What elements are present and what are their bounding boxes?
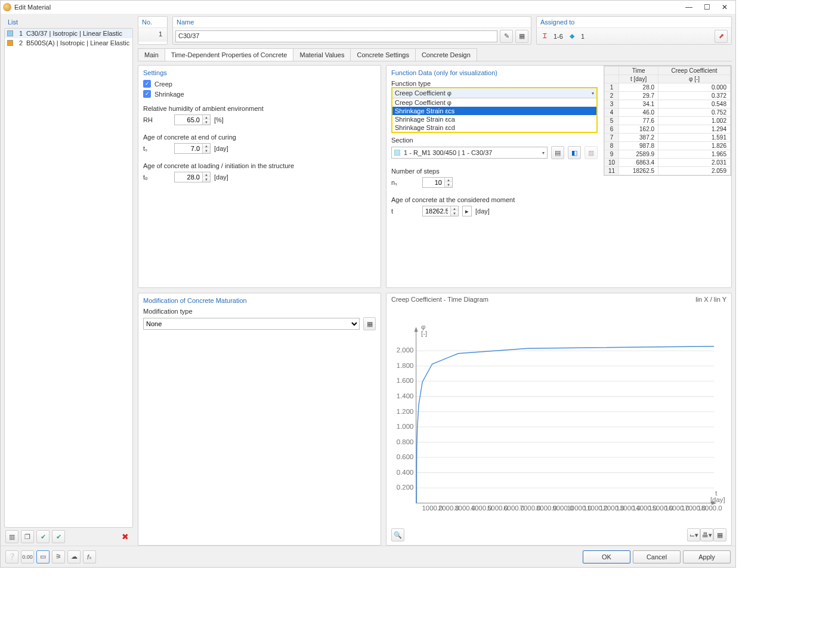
svg-text:2.000: 2.000 <box>397 346 414 354</box>
delete-icon[interactable]: ✖ <box>119 530 132 543</box>
chart-panel: Creep Coefficient - Time Diagram lin X /… <box>386 293 732 546</box>
material-list[interactable]: 1 C30/37 | Isotropic | Linear Elastic 2 … <box>4 28 133 528</box>
axis-mode-icon[interactable]: ⌙▾ <box>687 528 700 541</box>
close-button[interactable]: ✕ <box>716 2 733 13</box>
export-chart-icon[interactable]: ▦ <box>713 528 726 541</box>
tab-material-values[interactable]: Material Values <box>293 48 351 61</box>
table-row[interactable]: 1118262.52.059 <box>605 167 731 175</box>
new-section-icon[interactable]: ▥ <box>584 146 598 159</box>
chart-title: Creep Coefficient - Time Diagram <box>391 296 488 303</box>
chevron-down-icon: ▾ <box>592 91 594 96</box>
table-row[interactable]: 229.70.372 <box>605 92 731 100</box>
modification-section: Modification of Concrete Maturation Modi… <box>138 293 381 546</box>
section-select[interactable]: 1 - R_M1 300/450 | 1 - C30/37 ▾ <box>391 147 548 159</box>
svg-text:1.400: 1.400 <box>397 392 414 400</box>
minimize-button[interactable]: — <box>681 2 697 13</box>
table-row[interactable]: 92589.91.965 <box>605 150 731 159</box>
section-swatch <box>394 150 400 156</box>
function-data-section: Function Data (only for visualization) F… <box>386 65 732 288</box>
svg-text:1.000: 1.000 <box>397 423 414 430</box>
modification-type-select[interactable]: None <box>143 318 360 330</box>
svg-text:0.400: 0.400 <box>397 469 414 476</box>
help-icon[interactable]: ❔ <box>5 550 18 564</box>
no-box: No. 1 <box>138 16 168 45</box>
app-icon <box>3 3 11 11</box>
new-icon[interactable]: ▥ <box>5 530 18 543</box>
table-row[interactable]: 8987.81.826 <box>605 142 731 150</box>
list-item[interactable]: 2 B500S(A) | Isotropic | Linear Elastic <box>5 38 132 48</box>
pick-icon[interactable]: ⬈ <box>715 30 728 43</box>
tab-main[interactable]: Main <box>138 48 165 61</box>
function-type-dropdown[interactable]: Creep Coefficient φ▾ Creep Coefficient φ… <box>391 87 598 133</box>
edit-name-icon[interactable]: ✎ <box>500 30 513 43</box>
ok-button[interactable]: OK <box>583 550 630 564</box>
dd-option[interactable]: Creep Coefficient φ <box>392 98 596 107</box>
surface-icon: ◆ <box>568 32 576 41</box>
table-row[interactable]: 128.00.000 <box>605 83 731 92</box>
units-icon[interactable]: 0.00 <box>21 550 34 564</box>
steps-input[interactable]: ▲▼ <box>422 177 453 188</box>
svg-text:1.200: 1.200 <box>397 408 414 415</box>
tab-bar: Main Time-Dependent Properties of Concre… <box>138 48 732 61</box>
play-icon[interactable]: ▸ <box>462 206 472 216</box>
dd-option[interactable]: Shrinkage Strain εcd <box>392 123 596 132</box>
window-title: Edit Material <box>14 4 51 11</box>
color-palette-icon[interactable]: ▦ <box>515 30 528 43</box>
cancel-button[interactable]: Cancel <box>633 550 681 564</box>
svg-marker-12 <box>415 327 418 332</box>
creep-checkbox[interactable]: ✓ <box>143 80 151 88</box>
settings-section: Settings ✓Creep ✓Shrinkage Relative humi… <box>138 65 381 288</box>
list-header: List <box>4 16 133 28</box>
table-row[interactable]: 6162.01.294 <box>605 125 731 134</box>
member-icon: Ꮖ <box>540 32 549 41</box>
color-swatch <box>7 40 13 46</box>
t0-input[interactable]: ▲▼ <box>174 172 211 182</box>
titlebar: Edit Material — ☐ ✕ <box>1 1 735 14</box>
dd-option[interactable]: Shrinkage Strain εca <box>392 115 596 123</box>
table-row[interactable]: 334.10.548 <box>605 100 731 109</box>
check-exclude-icon[interactable]: ✔ <box>52 530 65 543</box>
list-item[interactable]: 1 C30/37 | Isotropic | Linear Elastic <box>5 29 132 38</box>
dd-option[interactable]: Shrinkage Strain εcs <box>392 107 596 115</box>
apply-button[interactable]: Apply <box>683 550 731 564</box>
tab-concrete-settings[interactable]: Concrete Settings <box>350 48 415 61</box>
maximize-button[interactable]: ☐ <box>698 2 715 13</box>
edit-material-dialog: Edit Material — ☐ ✕ List 1 C30/37 | Isot… <box>0 0 736 568</box>
table-row[interactable]: 446.00.752 <box>605 109 731 117</box>
library-icon[interactable]: ▤ <box>551 146 564 159</box>
view-1-icon[interactable]: ▭ <box>36 550 50 564</box>
table-row[interactable]: 577.61.002 <box>605 117 731 125</box>
section-info-icon[interactable]: ◧ <box>568 146 581 159</box>
t-input[interactable]: ▲▼ <box>422 206 459 216</box>
svg-text:0.200: 0.200 <box>397 484 414 491</box>
tab-concrete-design[interactable]: Concrete Design <box>415 48 477 61</box>
rh-input[interactable]: ▲▼ <box>174 114 211 125</box>
view-3-icon[interactable]: ☁ <box>67 550 81 564</box>
color-swatch <box>7 30 13 36</box>
svg-text:0.800: 0.800 <box>397 438 414 445</box>
copy-icon[interactable]: ❐ <box>21 530 34 543</box>
svg-text:0.600: 0.600 <box>397 453 414 460</box>
data-table: TimeCreep Coefficient t [day]φ [-] 128.0… <box>604 66 731 176</box>
ts-input[interactable]: ▲▼ <box>174 143 211 154</box>
svg-text:[day]: [day] <box>710 496 725 503</box>
table-row[interactable]: 7387.21.591 <box>605 134 731 142</box>
table-row[interactable]: 106863.42.031 <box>605 159 731 167</box>
svg-text:1.600: 1.600 <box>397 377 414 384</box>
no-value: 1 <box>138 27 167 42</box>
assigned-surfaces: 1 <box>581 33 584 40</box>
view-2-icon[interactable]: ⚞ <box>52 550 65 564</box>
assigned-box: Assigned to Ꮖ 1-6 ◆ 1 ⬈ <box>536 16 732 45</box>
function-icon[interactable]: fₓ <box>83 550 96 564</box>
svg-text:[-]: [-] <box>421 330 427 337</box>
check-include-icon[interactable]: ✔ <box>36 530 50 543</box>
name-input[interactable]: C30/37 <box>175 30 497 42</box>
svg-text:1.800: 1.800 <box>397 362 414 369</box>
tab-time-dependent[interactable]: Time-Dependent Properties of Concrete <box>165 48 294 61</box>
zoom-icon[interactable]: 🔍 <box>391 528 404 541</box>
chart-mode: lin X / lin Y <box>695 296 726 303</box>
calendar-icon[interactable]: ▦ <box>363 317 376 330</box>
footer: ❔ 0.00 ▭ ⚞ ☁ fₓ OK Cancel Apply <box>1 546 735 567</box>
print-icon[interactable]: 🖶▾ <box>700 528 713 541</box>
shrinkage-checkbox[interactable]: ✓ <box>143 90 151 98</box>
